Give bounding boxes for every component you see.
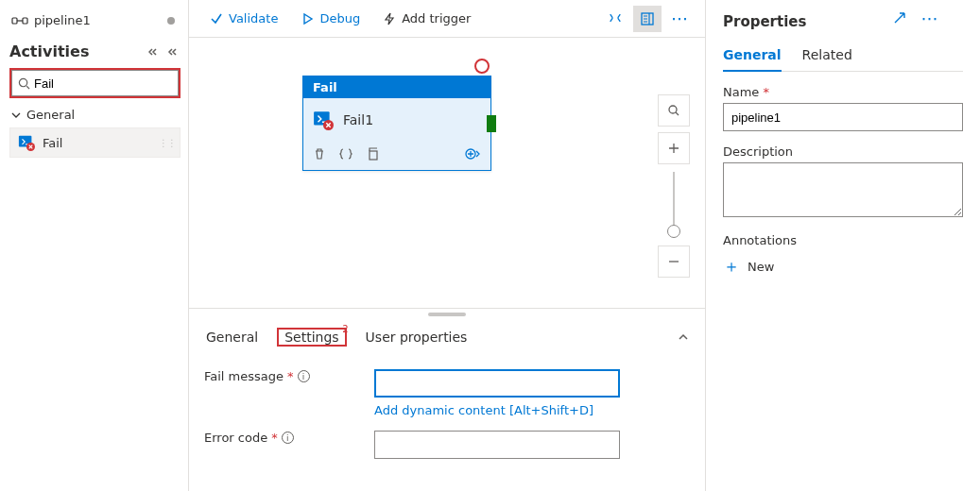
pipeline-toolbar: Validate Debug Add trigger ⋯	[189, 0, 705, 38]
tab-settings[interactable]: Settings 2	[283, 328, 340, 347]
hide-sidebar-icon[interactable]	[167, 45, 181, 59]
pipeline-canvas[interactable]: Fail Fail1	[189, 38, 705, 308]
add-dynamic-content-link[interactable]: Add dynamic content [Alt+Shift+D]	[374, 403, 593, 417]
activity-node-fail[interactable]: Fail Fail1	[302, 76, 491, 171]
activity-item-label: Fail	[43, 136, 62, 150]
pipeline-tab[interactable]: pipeline1	[9, 9, 181, 37]
fail-activity-icon	[313, 110, 334, 130]
error-code-input[interactable]	[374, 431, 620, 459]
svg-rect-0	[12, 18, 17, 24]
info-icon[interactable]: i	[298, 370, 310, 382]
zoom-slider[interactable]	[673, 172, 675, 238]
copy-icon[interactable]	[366, 147, 379, 161]
drag-grip-icon: ⋮⋮	[159, 138, 176, 148]
add-trigger-button[interactable]: Add trigger	[373, 8, 480, 29]
svg-point-10	[669, 106, 677, 113]
validate-button[interactable]: Validate	[200, 8, 287, 29]
add-output-icon[interactable]	[464, 147, 481, 161]
fail-activity-icon	[18, 134, 35, 151]
pipeline-tab-title: pipeline1	[34, 13, 91, 27]
zoom-in-button[interactable]	[658, 132, 690, 164]
svg-rect-8	[370, 151, 377, 160]
code-braces-icon[interactable]	[339, 147, 352, 161]
resize-handle[interactable]	[428, 313, 466, 316]
search-icon	[18, 77, 30, 90]
node-type-label: Fail	[303, 76, 490, 98]
activity-details-panel: General Settings 2 User properties Fail …	[189, 308, 705, 491]
tab-user-properties[interactable]: User properties	[364, 328, 470, 347]
zoom-out-button[interactable]	[658, 246, 690, 278]
success-port[interactable]	[487, 115, 496, 132]
settings-error-badge: 2	[342, 324, 348, 334]
pipeline-description-input[interactable]	[723, 162, 963, 217]
annotation-circle-icon	[474, 59, 490, 74]
props-tab-related[interactable]: Related	[802, 43, 852, 71]
dirty-indicator-icon	[167, 17, 175, 25]
error-code-label: Error code * i	[204, 431, 374, 445]
settings-tab-highlight: Settings 2	[277, 328, 346, 347]
collapse-details-icon[interactable]	[677, 330, 690, 344]
properties-title: Properties	[723, 13, 963, 30]
zoom-thumb[interactable]	[667, 225, 680, 238]
category-label: General	[26, 108, 75, 122]
svg-point-2	[19, 78, 26, 86]
category-general[interactable]: General	[9, 98, 181, 126]
activity-item-fail[interactable]: Fail ⋮⋮	[9, 127, 181, 158]
svg-rect-1	[23, 18, 27, 24]
collapse-activities-icon[interactable]	[148, 45, 162, 59]
activities-heading: Activities	[9, 42, 148, 60]
node-name: Fail1	[343, 112, 373, 127]
activities-search-highlight	[9, 68, 181, 98]
fit-view-button[interactable]	[658, 94, 690, 127]
properties-panel: Properties General Related Name * Descri…	[706, 0, 980, 491]
fail-message-label: Fail message * i	[204, 369, 374, 383]
toolbar-more-button[interactable]: ⋯	[665, 6, 694, 32]
props-tab-general[interactable]: General	[723, 43, 782, 72]
description-label: Description	[723, 144, 963, 159]
code-view-button[interactable]	[601, 6, 629, 32]
pipeline-name-input[interactable]	[723, 103, 963, 131]
activities-search-input[interactable]	[34, 76, 193, 91]
annotations-label: Annotations	[723, 233, 963, 247]
fail-message-input[interactable]	[374, 369, 620, 398]
info-icon[interactable]: i	[282, 432, 294, 444]
debug-button[interactable]: Debug	[291, 8, 370, 29]
properties-toggle-button[interactable]	[633, 6, 662, 32]
name-label: Name *	[723, 85, 963, 99]
add-annotation-button[interactable]: ＋ New	[723, 251, 963, 281]
plus-icon: ＋	[723, 255, 740, 278]
chevron-down-icon	[11, 110, 21, 120]
delete-icon[interactable]	[313, 147, 326, 161]
pipeline-icon	[11, 14, 28, 27]
tab-general[interactable]: General	[204, 328, 260, 347]
